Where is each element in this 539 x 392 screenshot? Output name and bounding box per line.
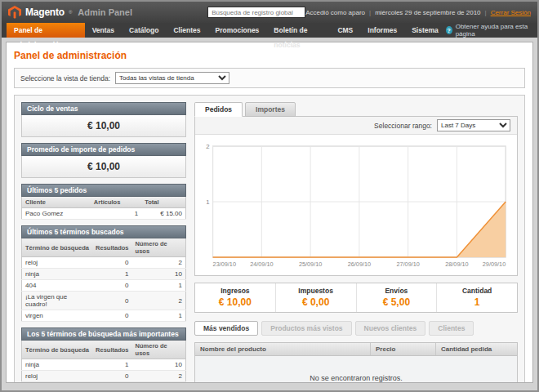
top-search-terms-table: Término de búsqueda Resultados Número de… xyxy=(21,341,186,383)
tab-nuevos-clientes[interactable]: Nuevos clientes xyxy=(355,321,426,336)
table-header-row: Término de búsqueda Resultados Número de… xyxy=(22,341,186,359)
order-items: 1 xyxy=(91,208,141,220)
nav-item-catalogo[interactable]: Catálogo xyxy=(122,23,166,38)
average-orders-title: Promedio de importe de pedidos xyxy=(21,143,186,156)
nav-item-informes[interactable]: Informes xyxy=(360,23,404,38)
search-results: 0 xyxy=(92,310,131,322)
search-term: ¡La virgen que cuadro! xyxy=(22,292,93,310)
products-table-header: Nombre del producto Precio Cantidad pedi… xyxy=(194,342,518,356)
col-uses: Número de usos xyxy=(132,238,186,257)
top-search-terms-title: Los 5 términos de búsqueda más important… xyxy=(21,327,186,341)
nav-item-sistema[interactable]: Sistema xyxy=(404,23,446,38)
nav-item-boletin[interactable]: Boletín de noticias xyxy=(266,23,330,38)
table-header-row: Cliente Artículos Total xyxy=(22,197,186,208)
stat-value: € 0,00 xyxy=(276,296,356,308)
search-uses: 10 xyxy=(132,269,186,280)
nav-item-clientes[interactable]: Clientes xyxy=(166,23,207,38)
table-row[interactable]: Paco Gomez 1 € 15.00 xyxy=(22,208,186,220)
col-articulos: Artículos xyxy=(91,197,141,208)
stat-label: Impuestos xyxy=(276,287,356,295)
logout-link[interactable]: Cerrar Sesión xyxy=(491,9,531,16)
orders-chart: 1223/09/1024/09/1025/09/1026/09/1027/09/… xyxy=(200,140,512,269)
col-uses: Número de usos xyxy=(132,341,186,359)
search-results: 0 xyxy=(92,292,131,310)
search-results: 0 xyxy=(92,382,131,384)
empty-records-text: No se encontraron registros. xyxy=(310,374,403,382)
stat-value: € 10,00 xyxy=(195,296,275,308)
order-customer: Paco Gomez xyxy=(22,208,91,220)
nav-item-dashboard[interactable]: Panel de administración xyxy=(7,23,85,38)
svg-text:29/09/10: 29/09/10 xyxy=(483,261,506,268)
last-search-terms-title: Últimos 5 términos buscados xyxy=(21,225,186,238)
nav-item-ventas[interactable]: Ventas xyxy=(85,23,122,38)
last-search-terms-table: Término de búsqueda Resultados Número de… xyxy=(21,238,186,322)
table-row[interactable]: ¡La virgen que cuadro! 0 2 xyxy=(22,382,186,384)
svg-text:1: 1 xyxy=(206,198,209,206)
store-view-switcher: Seleccione la vista de tienda: Todas las… xyxy=(14,68,525,88)
nav-item-promociones[interactable]: Promociones xyxy=(208,23,267,38)
dashboard-right-column: Pedidos Importes Seleccionar rango: Last… xyxy=(194,102,518,377)
page-title: Panel de administración xyxy=(14,50,525,61)
table-row[interactable]: reloj 0 2 xyxy=(22,257,186,269)
search-term: ninja xyxy=(22,269,93,280)
stat-value: 1 xyxy=(437,296,517,308)
range-select[interactable]: Last 7 Days xyxy=(437,119,510,131)
tab-importes[interactable]: Importes xyxy=(245,102,296,117)
col-term: Término de búsqueda xyxy=(22,341,93,359)
tab-pedidos[interactable]: Pedidos xyxy=(194,102,243,117)
help-icon: ? xyxy=(446,26,452,34)
col-term: Término de búsqueda xyxy=(22,238,93,257)
brand-subtitle: Admin Panel xyxy=(78,7,132,17)
svg-text:26/09/10: 26/09/10 xyxy=(348,261,371,268)
average-orders-value: € 10,00 xyxy=(21,156,186,178)
svg-text:27/09/10: 27/09/10 xyxy=(396,261,419,268)
range-selector-row: Seleccionar rango: Last 7 Days xyxy=(195,117,517,135)
lifetime-sales-panel: Ciclo de ventas € 10,00 xyxy=(21,102,186,137)
get-help-link[interactable]: Obtener ayuda para esta página xyxy=(456,23,529,38)
lifetime-sales-title: Ciclo de ventas xyxy=(21,102,186,115)
search-uses: 1 xyxy=(132,310,186,322)
search-results: 0 xyxy=(92,280,131,292)
range-label: Seleccionar rango: xyxy=(374,122,432,130)
col-cliente: Cliente xyxy=(22,197,91,208)
nav-item-cms[interactable]: CMS xyxy=(330,23,360,38)
global-search-input[interactable] xyxy=(207,7,305,18)
store-view-label: Seleccione la vista de tienda: xyxy=(20,74,110,82)
table-row[interactable]: reloj 0 2 xyxy=(22,371,186,382)
col-product-name: Nombre del producto xyxy=(195,343,370,355)
store-view-select[interactable]: Todas las vistas de tienda xyxy=(115,72,229,84)
table-row[interactable]: 404 0 1 xyxy=(22,280,186,292)
stat-impuestos: Impuestos € 0,00 xyxy=(275,283,356,312)
tab-mas-vendidos[interactable]: Más vendidos xyxy=(194,321,258,336)
search-uses: 2 xyxy=(132,292,186,310)
search-results: 1 xyxy=(92,269,131,280)
table-row[interactable]: virgen 0 1 xyxy=(22,310,186,322)
grid-tabs: Más vendidos Productos más vistos Nuevos… xyxy=(194,321,518,336)
table-row[interactable]: ninja 1 10 xyxy=(22,269,186,280)
table-row[interactable]: ¡La virgen que cuadro! 0 2 xyxy=(22,292,186,310)
chart-box: Seleccionar rango: Last 7 Days 1223/09/1… xyxy=(194,116,518,276)
search-term: reloj xyxy=(22,371,93,382)
magento-m-icon xyxy=(8,6,21,19)
search-uses: 2 xyxy=(132,382,186,384)
search-results: 0 xyxy=(92,371,131,382)
top-search-terms-panel: Los 5 términos de búsqueda más important… xyxy=(21,327,186,383)
logged-in-as: Accedió como aparo xyxy=(305,9,365,16)
content-panel: Panel de administración Seleccione la vi… xyxy=(6,42,533,383)
search-uses: 2 xyxy=(132,257,186,269)
svg-text:23/09/10: 23/09/10 xyxy=(213,261,236,268)
chart-tabs: Pedidos Importes xyxy=(194,102,518,117)
tab-clientes[interactable]: Clientes xyxy=(429,321,474,336)
col-qty-ordered: Cantidad pedida xyxy=(435,343,517,355)
col-price: Precio xyxy=(370,343,435,355)
admin-window: Magento® Admin Panel Accedió como aparo … xyxy=(0,0,539,392)
table-row[interactable]: ninja 1 10 xyxy=(22,359,186,371)
search-term: 404 xyxy=(22,280,93,292)
last-orders-panel: Últimos 5 pedidos Cliente Artículos Tota… xyxy=(21,184,186,220)
tab-productos-mas-vistos[interactable]: Productos más vistos xyxy=(261,321,351,336)
col-results: Resultados xyxy=(92,341,131,359)
top-header: Magento® Admin Panel Accedió como aparo … xyxy=(2,2,537,23)
col-total: Total xyxy=(141,197,185,208)
chart-wrapper: 1223/09/1024/09/1025/09/1026/09/1027/09/… xyxy=(195,135,517,275)
search-term: reloj xyxy=(22,257,93,269)
